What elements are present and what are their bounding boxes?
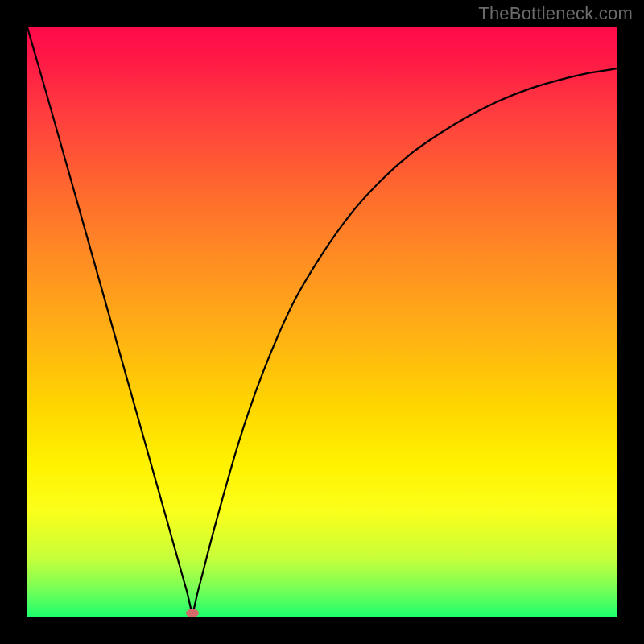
watermark-text: TheBottleneck.com: [478, 3, 633, 24]
bottleneck-curve: [27, 27, 617, 611]
plot-area: [27, 27, 617, 617]
curve-layer: [27, 27, 617, 617]
chart-frame: TheBottleneck.com: [0, 0, 644, 644]
minimum-marker: [186, 609, 199, 617]
